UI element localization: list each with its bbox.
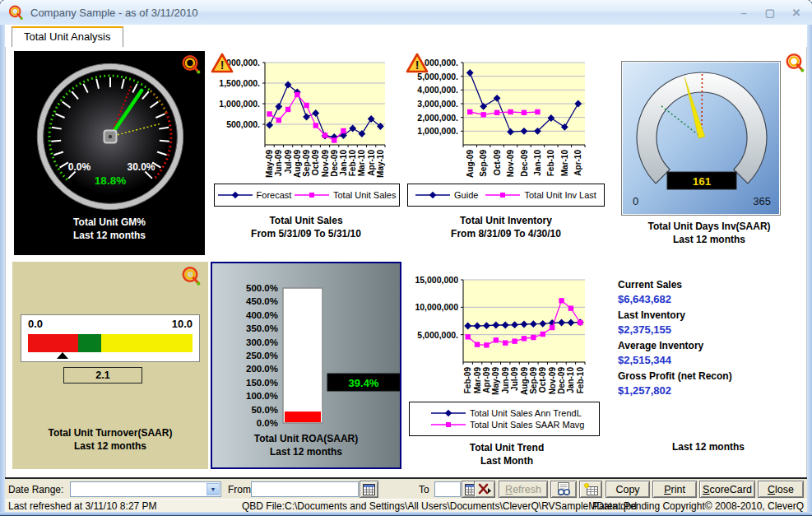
stat-label: Gross Profit (net Recon): [618, 370, 732, 382]
zoom-q-button[interactable]: [180, 53, 202, 75]
legend-item: Guide: [415, 190, 478, 200]
dashboard-content: 0.0%30.0%18.8% Total Unit GM% Last 12 mo…: [5, 47, 807, 477]
svg-text:0: 0: [633, 195, 638, 207]
maximize-button[interactable]: ▢: [763, 7, 777, 19]
svg-text:Jul-09: Jul-09: [284, 150, 293, 174]
chart-legend: GuideTotal Unit Inv Last: [407, 184, 605, 207]
app-window: Company Sample - as of 3/11/2010 – ▢ ✕ T…: [0, 0, 812, 516]
chart-title: Total Unit Sales: [209, 214, 403, 227]
svg-text:161: 161: [693, 175, 712, 188]
svg-text:1,000,000.: 1,000,000.: [219, 99, 260, 109]
turnover-zone: [101, 334, 193, 352]
svg-text:Dec-09: Dec-09: [557, 367, 566, 394]
svg-text:Oct-09: Oct-09: [493, 150, 502, 176]
close-window-button[interactable]: ✕: [789, 7, 804, 19]
window-controls: – ▢ ✕: [736, 0, 804, 25]
roa-gauge: 500.0%450.0%400.0%350.0%300.0%250.0%200.…: [212, 270, 400, 435]
svg-text:500,000.: 500,000.: [226, 119, 260, 129]
svg-text:Dec-09: Dec-09: [520, 150, 529, 177]
svg-text:Jun-09: Jun-09: [501, 367, 510, 394]
copyright-text: Patent Pending Copyright© 2008-2010, Cle…: [592, 500, 804, 512]
refresh-button[interactable]: Refresh: [499, 481, 548, 498]
svg-text:Apr-10: Apr-10: [367, 150, 376, 176]
legend-item: Total Unit Inv Last: [485, 190, 596, 200]
svg-text:Mar-10: Mar-10: [357, 150, 366, 177]
stats-panel: Current Sales$6,643,682Last Inventory$2,…: [611, 262, 805, 469]
chart-title: Total Unit Inventory: [404, 214, 608, 227]
roa-panel: 500.0%450.0%400.0%350.0%300.0%250.0%200.…: [211, 262, 401, 469]
panel-title: Total Unit Turnover(SAAR): [12, 426, 208, 439]
panel-subtitle: Last 12 months: [611, 233, 807, 246]
svg-text:Nov-09: Nov-09: [506, 150, 515, 178]
copy-button[interactable]: Copy: [606, 481, 650, 498]
turnover-scale: 0.0 10.0: [21, 314, 200, 362]
stat-value: $6,643,682: [618, 293, 732, 305]
panel-subtitle: Last 12 months: [12, 439, 208, 453]
days-gauge: 1610365: [622, 62, 780, 215]
turnover-panel: 0.0 10.0 2.1 Total Unit Turnover(SAAR) L…: [12, 262, 208, 469]
zoom-q-button[interactable]: [180, 265, 202, 286]
stats-footer: Last 12 months: [611, 441, 805, 453]
date-range-label: Date Range:: [8, 484, 63, 495]
svg-text:Feb-09: Feb-09: [463, 367, 472, 394]
panel-title: Total Unit ROA(SAAR): [212, 432, 400, 445]
window-border-right: [807, 25, 812, 512]
close-button[interactable]: Close: [758, 481, 804, 498]
svg-text:Feb-10: Feb-10: [576, 367, 585, 394]
svg-text:15,000,000: 15,000,000: [415, 275, 458, 285]
svg-text:50.0%: 50.0%: [251, 405, 278, 415]
svg-text:300.0%: 300.0%: [246, 337, 278, 347]
zoom-q-button[interactable]: [784, 52, 805, 73]
legend-item: Total Unit Sales Ann TrendL: [431, 408, 582, 418]
svg-text:May-09: May-09: [491, 367, 500, 395]
toolbar: Date Range: ▼ From To Refresh Copy Print…: [5, 477, 807, 499]
to-date-input[interactable]: [434, 481, 461, 497]
sales-chart: 500,000.1,000,000.1,500,000.2,000,000.Ma…: [209, 51, 403, 181]
minimize-button[interactable]: –: [736, 7, 751, 19]
chevron-down-icon[interactable]: ▼: [206, 483, 220, 495]
clear-dates-button[interactable]: [474, 481, 495, 498]
svg-text:0.0%: 0.0%: [68, 161, 91, 173]
svg-text:Apr-10: Apr-10: [573, 150, 582, 176]
gauge-backing: 1610365: [621, 61, 781, 216]
chart-subtitle: Last Month: [404, 454, 610, 467]
scorecard-button[interactable]: ScoreCard: [699, 481, 755, 498]
svg-text:Feb-10: Feb-10: [348, 150, 357, 177]
svg-text:Mar-09: Mar-09: [473, 367, 482, 394]
stat-value: $1,257,802: [618, 384, 732, 397]
panel-subtitle: Last 12 months: [212, 445, 400, 458]
from-calendar-button[interactable]: [360, 481, 378, 498]
svg-text:May-09: May-09: [265, 150, 274, 178]
chart-legend: ForecastTotal Unit Sales: [214, 184, 400, 207]
to-label: To: [419, 484, 429, 495]
add-table-icon-button[interactable]: [579, 481, 602, 498]
legend-item: Total Unit Sales SAAR Mavg: [431, 420, 584, 430]
view-report-icon-button[interactable]: [550, 481, 577, 498]
svg-text:Nov-09: Nov-09: [548, 367, 557, 395]
scale-max-label: 10.0: [172, 318, 193, 330]
tab-total-unit-analysis[interactable]: Total Unit Analysis: [12, 26, 123, 47]
last-refreshed-text: Last refreshed at 3/11/10 8:27 PM: [8, 500, 157, 512]
legend-item: Total Unit Sales: [295, 190, 396, 200]
svg-text:Jan-10: Jan-10: [566, 367, 575, 393]
svg-text:!: !: [415, 58, 420, 72]
svg-text:Jan-10: Jan-10: [339, 150, 348, 176]
gm-gauge: 0.0%30.0%18.8%: [14, 51, 205, 211]
warning-icon[interactable]: !: [406, 53, 429, 74]
svg-text:Mar-10: Mar-10: [560, 150, 569, 177]
warning-icon[interactable]: !: [211, 53, 234, 74]
print-button[interactable]: Print: [652, 481, 697, 498]
window-title: Company Sample - as of 3/11/2010: [30, 7, 198, 19]
svg-text:365: 365: [753, 195, 771, 207]
svg-text:Apr-09: Apr-09: [482, 367, 491, 393]
svg-text:Feb-10: Feb-10: [546, 150, 555, 177]
svg-text:18.8%: 18.8%: [95, 174, 126, 187]
from-date-input[interactable]: [251, 481, 359, 497]
from-label: From: [228, 484, 251, 495]
svg-text:Aug-09: Aug-09: [466, 150, 475, 178]
date-range-select[interactable]: ▼: [70, 481, 221, 497]
svg-text:4,000,000.: 4,000,000.: [417, 85, 458, 95]
svg-text:1,500,000.: 1,500,000.: [219, 78, 260, 88]
svg-text:2,000,000.: 2,000,000.: [417, 113, 458, 123]
turnover-bar: [28, 334, 193, 352]
